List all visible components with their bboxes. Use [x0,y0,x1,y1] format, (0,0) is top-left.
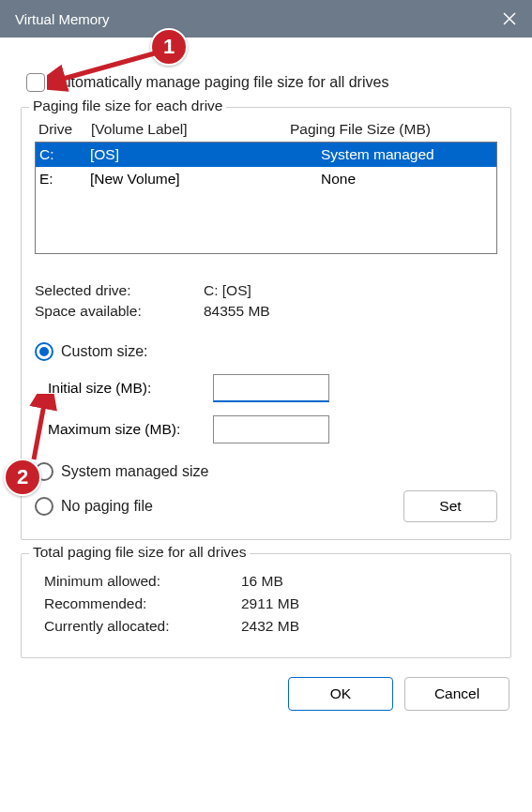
min-allowed-label: Minimum allowed: [44,573,241,590]
system-managed-label: System managed size [61,463,208,480]
no-paging-radio[interactable] [35,497,53,516]
system-managed-radio[interactable] [35,462,53,481]
currently-allocated-label: Currently allocated: [44,618,241,635]
auto-manage-label: Automatically manage paging file size fo… [53,74,388,91]
window-title: Virtual Memory [15,11,110,27]
space-available-label: Space available: [35,303,204,320]
header-volume: [Volume Label] [91,121,290,138]
drive-list[interactable]: C: [OS] System managed E: [New Volume] N… [35,142,497,254]
close-icon [502,11,517,26]
custom-size-label: Custom size: [61,343,147,360]
auto-manage-checkbox[interactable] [26,73,45,92]
drive-row-e[interactable]: E: [New Volume] None [36,167,496,191]
drive-group-label: Paging file size for each drive [29,98,226,114]
drive-groupbox: Paging file size for each drive Drive [V… [21,107,511,540]
header-drive: Drive [38,121,91,138]
custom-size-radio[interactable] [35,342,53,361]
recommended-label: Recommended: [44,595,241,612]
totals-groupbox: Total paging file size for all drives Mi… [21,553,511,658]
drive-row-c[interactable]: C: [OS] System managed [36,143,496,167]
initial-size-label: Initial size (MB): [48,380,213,397]
ok-button[interactable]: OK [288,677,393,711]
min-allowed-value: 16 MB [241,573,283,590]
close-button[interactable] [498,8,521,30]
maximum-size-input[interactable] [213,415,329,444]
titlebar: Virtual Memory [0,0,532,38]
cancel-button[interactable]: Cancel [404,677,509,711]
selected-drive-label: Selected drive: [35,282,204,299]
recommended-value: 2911 MB [241,595,299,612]
virtual-memory-dialog: Virtual Memory Automatically manage pagi… [0,0,532,812]
currently-allocated-value: 2432 MB [241,618,299,635]
space-available-value: 84355 MB [204,303,270,320]
totals-group-label: Total paging file size for all drives [29,544,250,561]
no-paging-label: No paging file [61,498,153,515]
set-button[interactable]: Set [403,490,497,522]
selected-drive-value: C: [OS] [204,282,251,299]
initial-size-input[interactable] [213,374,329,402]
maximum-size-label: Maximum size (MB): [48,421,213,438]
header-paging: Paging File Size (MB) [290,121,494,138]
drive-list-headers: Drive [Volume Label] Paging File Size (M… [35,121,497,138]
